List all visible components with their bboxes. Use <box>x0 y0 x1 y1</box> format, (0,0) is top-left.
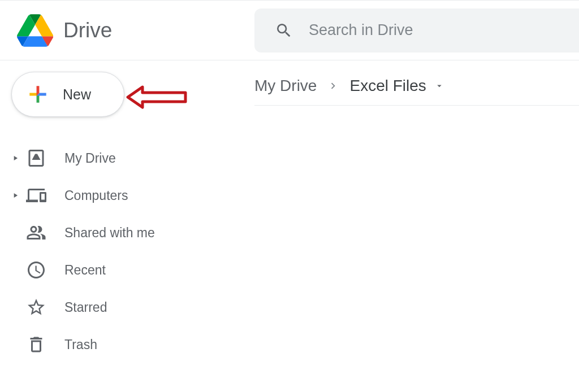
sidebar-item-label: My Drive <box>64 151 116 166</box>
sidebar-item-label: Trash <box>64 337 97 352</box>
chevron-down-icon[interactable] <box>434 81 444 91</box>
new-button-label: New <box>63 86 91 103</box>
shared-icon <box>26 223 46 243</box>
breadcrumb-current[interactable]: Excel Files <box>349 77 426 95</box>
sidebar-item-label: Starred <box>64 300 107 315</box>
sidebar-item-label: Shared with me <box>64 225 155 241</box>
computers-icon <box>26 185 46 206</box>
my-drive-icon <box>26 148 46 168</box>
sidebar-item-my-drive[interactable]: My Drive <box>11 140 237 177</box>
breadcrumb: My Drive Excel Files <box>254 76 579 106</box>
logo-container[interactable]: Drive <box>17 14 254 47</box>
recent-icon <box>26 260 46 280</box>
sidebar-item-starred[interactable]: Starred <box>11 289 237 326</box>
expand-caret-icon[interactable] <box>11 154 19 162</box>
app-title: Drive <box>63 19 112 42</box>
sidebar-item-label: Recent <box>64 263 106 278</box>
new-button[interactable]: New <box>11 72 124 117</box>
main: New My Drive Computers <box>0 60 579 363</box>
drive-logo-icon <box>17 14 53 47</box>
sidebar-item-recent[interactable]: Recent <box>11 251 237 289</box>
plus-icon <box>25 82 50 107</box>
sidebar-item-trash[interactable]: Trash <box>11 326 237 363</box>
starred-icon <box>26 297 46 317</box>
expand-caret-icon[interactable] <box>11 191 19 199</box>
sidebar-item-shared[interactable]: Shared with me <box>11 214 237 251</box>
sidebar: New My Drive Computers <box>0 60 237 363</box>
sidebar-item-label: Computers <box>64 188 128 203</box>
content-area: My Drive Excel Files <box>237 60 579 363</box>
chevron-right-icon <box>327 80 339 92</box>
search-icon <box>275 21 293 40</box>
search-bar[interactable]: Search in Drive <box>254 8 579 53</box>
annotation-arrow-icon <box>126 84 188 111</box>
header: Drive Search in Drive <box>0 1 579 60</box>
trash-icon <box>26 334 46 355</box>
search-placeholder: Search in Drive <box>309 21 413 39</box>
sidebar-item-computers[interactable]: Computers <box>11 177 237 214</box>
breadcrumb-root[interactable]: My Drive <box>254 77 317 95</box>
